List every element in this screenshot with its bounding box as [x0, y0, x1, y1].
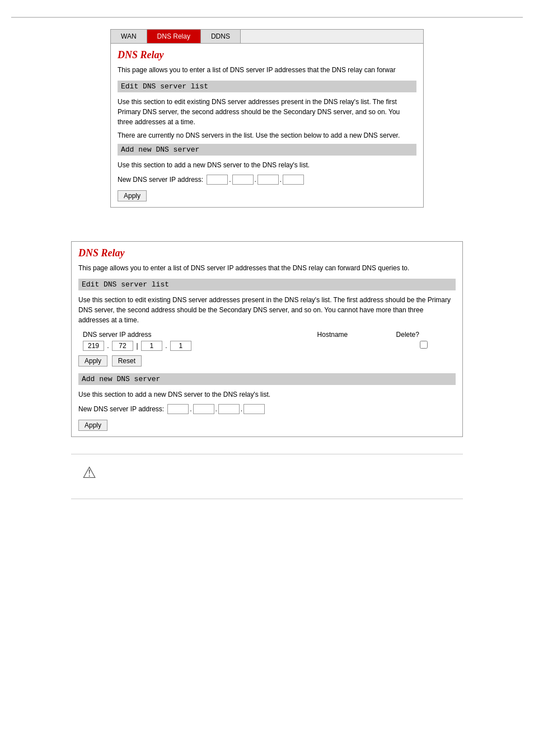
panel1-dot-1: .: [229, 176, 231, 184]
spacer-1: [11, 224, 523, 241]
panel2-ip-octet-1[interactable]: [167, 404, 189, 414]
panel1-add-desc: Use this section to add a new DNS server…: [118, 160, 416, 170]
top-rule: [11, 17, 523, 18]
edit-ip-octet-3[interactable]: [141, 341, 162, 351]
panel2-add-apply-button[interactable]: Apply: [78, 420, 107, 431]
panel1: WAN DNS Relay DDNS DNS Relay This page a…: [110, 29, 424, 208]
panel1-ip-octet-2[interactable]: [232, 175, 254, 185]
table-row-delete: [392, 340, 456, 352]
col-delete: Delete?: [392, 330, 456, 340]
panel2-ip-octet-2[interactable]: [193, 404, 214, 414]
panel1-title: DNS Relay: [118, 49, 416, 61]
panel1-apply-button[interactable]: Apply: [118, 190, 147, 201]
col-ip: DNS server IP address: [78, 330, 313, 340]
panel1-edit-desc: Use this section to edit existing DNS se…: [118, 97, 416, 127]
tab-bar-1: WAN DNS Relay DDNS: [111, 30, 423, 44]
panel1-ip-row: New DNS server IP address: . . .: [118, 175, 416, 185]
panel1-dot-3: .: [280, 176, 282, 184]
panel2-dot-3: .: [241, 405, 242, 413]
panel1-edit-header: Edit DNS server list: [118, 81, 416, 92]
panel2-add-header: Add new DNS server: [78, 373, 456, 385]
delete-checkbox[interactable]: [420, 341, 428, 349]
table-row: . | .: [78, 340, 456, 352]
panel1-ip-octet-1[interactable]: [207, 175, 228, 185]
panel2-edit-desc: Use this section to edit existing DNS se…: [78, 295, 456, 325]
page-wrapper: WAN DNS Relay DDNS DNS Relay This page a…: [0, 11, 534, 516]
panel2-ip-label: New DNS server IP address:: [78, 405, 164, 413]
panel2-ip-row: New DNS server IP address: . . .: [78, 404, 456, 414]
panel1-ip-octet-4[interactable]: [283, 175, 304, 185]
col-hostname: Hostname: [313, 330, 392, 340]
edit-ip-octet-2[interactable]: [112, 341, 133, 351]
warning-icon: ⚠: [82, 463, 96, 482]
panel2-dot-1: .: [190, 405, 191, 413]
panel1-dot-2: .: [255, 176, 256, 184]
panel1-no-servers: There are currently no DNS servers in th…: [118, 132, 416, 139]
panel2-edit-header: Edit DNS server list: [78, 279, 456, 290]
panel1-ip-octet-3[interactable]: [257, 175, 279, 185]
panel2-body: DNS Relay This page allows you to enter …: [72, 242, 462, 436]
panel1-body: DNS Relay This page allows you to enter …: [111, 44, 423, 207]
panel2-apply-button[interactable]: Apply: [78, 355, 107, 367]
panel1-add-header: Add new DNS server: [118, 144, 416, 156]
dns-table: DNS server IP address Hostname Delete? .…: [78, 330, 456, 352]
panel2: DNS Relay This page allows you to enter …: [71, 241, 463, 437]
edit-ip-octet-1[interactable]: [83, 341, 104, 351]
tab-ddns-1[interactable]: DDNS: [201, 30, 241, 43]
panel2-add-desc: Use this section to add a new DNS server…: [78, 389, 456, 400]
panel2-intro: This page allows you to enter a list of …: [78, 264, 456, 273]
edit-ip-octet-4[interactable]: [170, 341, 191, 351]
bottom-rule-end: [71, 499, 463, 499]
table-row-ip: . | .: [78, 340, 313, 352]
tab-dns-relay-1[interactable]: DNS Relay: [147, 30, 201, 43]
tab-wan-1[interactable]: WAN: [111, 30, 147, 43]
panel2-title: DNS Relay: [78, 247, 456, 259]
panel2-dot-2: .: [216, 405, 217, 413]
panel2-ip-octet-4[interactable]: [243, 404, 265, 414]
panel2-reset-button[interactable]: Reset: [112, 355, 142, 367]
table-row-hostname: [313, 340, 392, 352]
bottom-section: ⚠: [71, 454, 463, 499]
panel1-ip-label: New DNS server IP address:: [118, 176, 203, 184]
bottom-rule: [71, 454, 463, 454]
panel1-intro: This page allows you to enter a list of …: [118, 65, 416, 75]
panel2-ip-octet-3[interactable]: [218, 404, 240, 414]
